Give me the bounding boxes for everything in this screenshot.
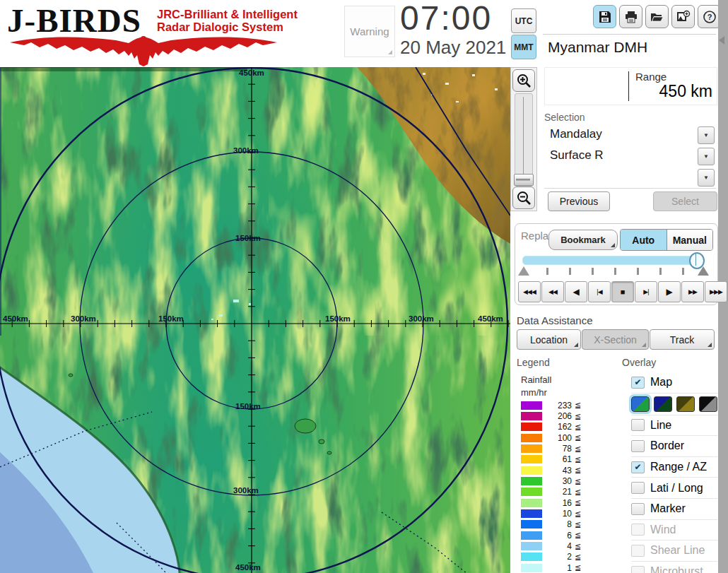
- manual-button[interactable]: Manual: [667, 230, 713, 250]
- station-dropdown[interactable]: Mandalay ▼: [544, 124, 716, 146]
- magnifier-plus-icon: [516, 73, 532, 88]
- svg-text:?: ?: [707, 13, 712, 21]
- legend-operator: ≦: [575, 412, 581, 421]
- legend-operator: ≦: [575, 520, 581, 529]
- range-label: Range: [635, 71, 667, 83]
- legend-value: 1: [542, 563, 572, 573]
- zoom-slider-rail[interactable]: [515, 93, 533, 187]
- print-button[interactable]: [619, 5, 642, 28]
- legend-rows: 233≦206≦162≦100≦78≦61≦43≦30≦21≦16≦10≦8≦6…: [521, 400, 606, 573]
- overlay-item-marker[interactable]: Marker: [631, 499, 717, 520]
- zoom-out-button[interactable]: [512, 187, 535, 209]
- selection-label: Selection: [544, 112, 585, 123]
- map-style-swatch-terrain-olive[interactable]: [676, 396, 695, 412]
- radar-map-canvas[interactable]: 450km 300km 150km 150km 300km 450km 450k…: [0, 67, 510, 573]
- overlay-item-lati-long[interactable]: Lati / Long: [631, 478, 717, 499]
- legend-value: 10: [542, 509, 572, 519]
- stop-button[interactable]: ■: [611, 281, 634, 302]
- checkbox-lati-long[interactable]: [631, 482, 645, 494]
- warning-button[interactable]: Warning: [344, 6, 395, 57]
- step-back-button[interactable]: |◀: [588, 281, 611, 302]
- utc-button[interactable]: UTC: [511, 8, 536, 33]
- range-value: 450 km: [659, 82, 712, 101]
- overlay-label: Line: [650, 419, 671, 432]
- location-button[interactable]: Location: [517, 329, 581, 350]
- legend-value: 8: [542, 519, 572, 529]
- legend-operator: ≦: [575, 433, 581, 442]
- select-button[interactable]: Select: [653, 191, 717, 211]
- divider: [543, 34, 716, 35]
- site-title: Myanmar DMH: [548, 39, 647, 56]
- checkbox-border[interactable]: [631, 440, 645, 452]
- legend-value: 78: [542, 444, 572, 454]
- overlay-item-border[interactable]: Border: [631, 436, 717, 457]
- rewind-triple-button[interactable]: ◀◀◀: [518, 281, 541, 302]
- map-style-swatch-terrain-dark[interactable]: [654, 396, 672, 412]
- previous-button[interactable]: Previous: [548, 191, 610, 211]
- overlay-label: Shear Line: [650, 544, 705, 557]
- legend-color-swatch: [521, 499, 542, 507]
- legend-color-swatch: [521, 434, 542, 442]
- chevron-down-icon[interactable]: ▼: [698, 169, 715, 187]
- step-forward-button[interactable]: ▶|: [635, 281, 657, 302]
- forward-triple-button[interactable]: ▶▶▶: [705, 281, 727, 302]
- map-style-swatch-terrain-color[interactable]: [631, 396, 650, 412]
- save-icon: [599, 11, 611, 23]
- legend-row: 30≦: [521, 475, 606, 486]
- overlay-item-map[interactable]: ✔Map: [631, 372, 717, 394]
- chevron-down-icon[interactable]: ▼: [698, 126, 715, 144]
- legend-value: 4: [542, 541, 572, 551]
- rewind-double-button[interactable]: ◀◀: [541, 281, 564, 302]
- zoom-in-button[interactable]: [512, 69, 535, 92]
- legend-row: 162≦: [521, 422, 606, 432]
- option-dropdown[interactable]: ▼: [544, 167, 716, 189]
- checkbox-shear-line: [631, 545, 645, 557]
- legend-operator: ≦: [575, 401, 581, 410]
- help-icon: ?: [703, 10, 717, 24]
- xsection-button[interactable]: X-Section: [582, 329, 649, 350]
- map-style-swatches: [631, 394, 717, 415]
- timeline-start-marker[interactable]: [518, 266, 529, 276]
- legend-color-swatch: [521, 531, 542, 540]
- chevron-down-icon[interactable]: ▼: [698, 148, 715, 165]
- checked-checkbox-map[interactable]: ✔: [631, 377, 645, 389]
- legend-row: 10≦: [521, 508, 606, 519]
- legend-row: 16≦: [521, 497, 606, 508]
- mmt-button[interactable]: MMT: [511, 35, 536, 59]
- timeline-end-marker[interactable]: [698, 266, 709, 276]
- svg-text:450km: 450km: [478, 314, 503, 323]
- replay-timeline-track[interactable]: [522, 256, 702, 265]
- legend-value: 162: [542, 422, 572, 432]
- open-file-button[interactable]: [645, 5, 669, 28]
- overlay-label: Lati / Long: [650, 482, 703, 495]
- legend-quantity: Rainfall: [521, 374, 551, 385]
- legend-color-swatch: [521, 564, 542, 572]
- product-dropdown[interactable]: Surface R ▼: [544, 146, 716, 167]
- checked-checkbox-range-az[interactable]: ✔: [631, 461, 645, 473]
- checkbox-marker[interactable]: [631, 503, 645, 515]
- overlay-item-range-az[interactable]: ✔Range / AZ: [631, 457, 717, 478]
- overlay-item-wind: Wind: [631, 520, 717, 541]
- legend-row: 78≦: [521, 443, 606, 454]
- track-button[interactable]: Track: [650, 329, 715, 350]
- legend-color-swatch: [521, 509, 542, 518]
- zoom-slider-thumb[interactable]: [514, 174, 534, 186]
- map-style-swatch-terrain-gray[interactable]: [699, 396, 717, 412]
- divider: [628, 71, 629, 101]
- legend-operator: ≦: [575, 542, 581, 551]
- save-button[interactable]: [593, 5, 616, 28]
- legend-operator: ≦: [575, 563, 581, 572]
- legend-operator: ≦: [575, 423, 581, 432]
- forward-double-button[interactable]: ▶▶: [681, 281, 704, 302]
- checkbox-line[interactable]: [631, 419, 645, 431]
- overlay-item-line[interactable]: Line: [631, 415, 717, 437]
- play-button[interactable]: ▶: [658, 281, 681, 302]
- bookmark-button[interactable]: Bookmark: [548, 230, 618, 250]
- play-reverse-button[interactable]: ◀: [565, 281, 587, 302]
- auto-button[interactable]: Auto: [621, 230, 667, 250]
- legend-row: 21≦: [521, 487, 606, 497]
- legend-row: 43≦: [521, 465, 606, 475]
- panel-collapse-arrow-icon[interactable]: [719, 36, 724, 45]
- export-image-button[interactable]: [671, 5, 695, 28]
- toolbar: ?: [593, 5, 721, 28]
